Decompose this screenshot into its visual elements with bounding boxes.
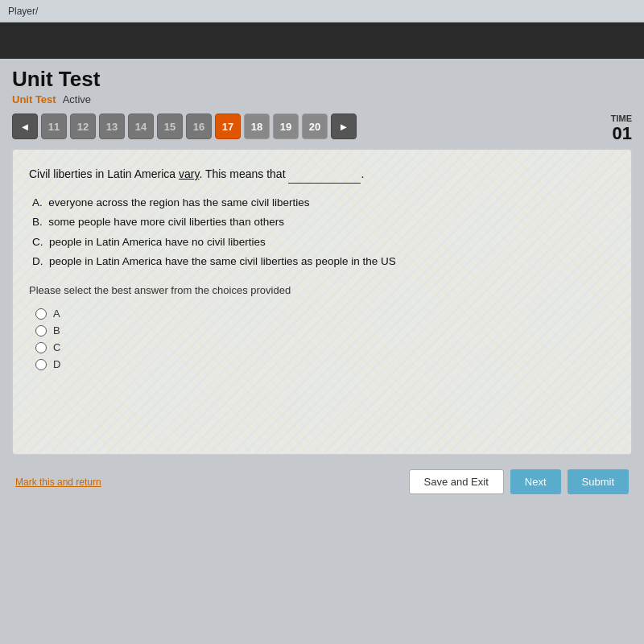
question-nav-16[interactable]: 16 [186, 114, 212, 139]
radio-label-c: C [53, 341, 60, 353]
next-button[interactable]: ► [331, 114, 357, 139]
question-nav-19[interactable]: 19 [273, 114, 299, 139]
instruction-text: Please select the best answer from the c… [29, 284, 615, 296]
question-nav-14[interactable]: 14 [128, 114, 154, 139]
action-buttons: Save and Exit Next Submit [409, 469, 629, 494]
question-navigation: ◄ 11 12 13 14 15 16 17 18 19 20 ► TIME 0… [12, 114, 632, 139]
question-nav-12[interactable]: 12 [70, 114, 96, 139]
choice-a: A. everyone across the region has the sa… [32, 193, 615, 213]
browser-tab-text: Player/ [8, 6, 38, 17]
radio-option-b[interactable]: B [35, 324, 615, 336]
browser-bar: Player/ [0, 0, 644, 23]
bottom-bar: Mark this and return Save and Exit Next … [12, 463, 632, 497]
radio-circle-b[interactable] [35, 325, 47, 336]
radio-label-a: A [53, 308, 60, 320]
radio-circle-d[interactable] [35, 359, 47, 370]
radio-option-c[interactable]: C [35, 341, 615, 353]
timer-label: TIME [611, 114, 632, 123]
prev-button[interactable]: ◄ [12, 114, 38, 139]
question-nav-13[interactable]: 13 [99, 114, 125, 139]
next-button-footer[interactable]: Next [510, 469, 561, 494]
radio-group: A B C D [35, 308, 615, 370]
top-bar [0, 23, 644, 59]
answer-choices: A. everyone across the region has the sa… [29, 193, 615, 271]
timer-value: 01 [611, 123, 632, 144]
breadcrumb-active: Active [63, 93, 91, 105]
underline-vary: vary [179, 167, 199, 180]
question-card: Civil liberties in Latin America vary. T… [12, 149, 632, 455]
choice-d: D. people in Latin America have the same… [32, 252, 615, 271]
question-nav-18[interactable]: 18 [244, 114, 270, 139]
answer-blank [288, 166, 361, 184]
question-text: Civil liberties in Latin America vary. T… [29, 166, 615, 184]
question-nav-17[interactable]: 17 [215, 114, 241, 139]
page-title: Unit Test [12, 67, 632, 92]
save-exit-button[interactable]: Save and Exit [409, 469, 504, 494]
choice-b: B. some people have more civil liberties… [32, 213, 615, 232]
radio-option-a[interactable]: A [35, 308, 615, 320]
radio-option-d[interactable]: D [35, 358, 615, 370]
submit-button[interactable]: Submit [568, 469, 629, 494]
mark-return-link[interactable]: Mark this and return [15, 477, 101, 488]
main-wrapper: Unit Test Unit Test Active ◄ 11 12 13 14… [0, 59, 644, 644]
choice-c: C. people in Latin America have no civil… [32, 233, 615, 252]
radio-label-d: D [53, 358, 60, 370]
timer-box: TIME 01 [611, 114, 632, 144]
question-nav-20[interactable]: 20 [302, 114, 328, 139]
radio-label-b: B [53, 324, 60, 336]
question-nav-15[interactable]: 15 [157, 114, 183, 139]
breadcrumb-link[interactable]: Unit Test [12, 93, 56, 105]
radio-circle-a[interactable] [35, 308, 47, 320]
radio-circle-c[interactable] [35, 342, 47, 353]
question-nav-11[interactable]: 11 [41, 114, 67, 139]
breadcrumb: Unit Test Active [12, 93, 632, 105]
